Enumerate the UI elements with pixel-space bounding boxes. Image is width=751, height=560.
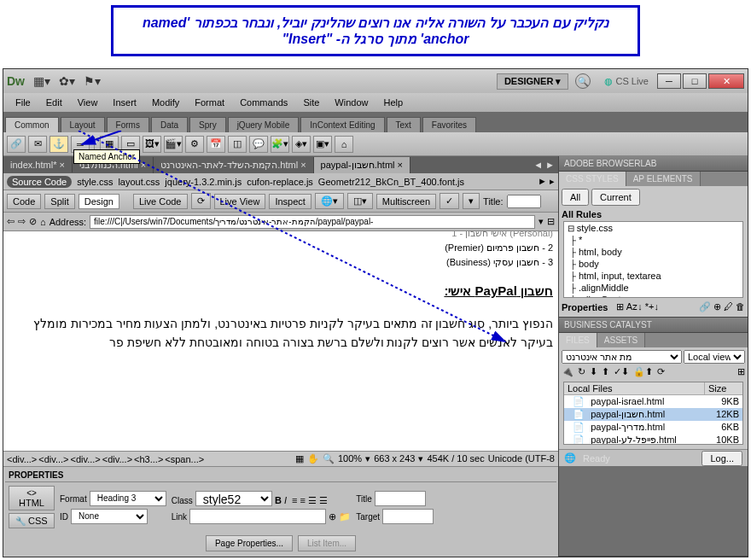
source-code-button[interactable]: Source Code — [7, 176, 72, 188]
check-icon[interactable]: ✓ — [440, 193, 459, 209]
view-select[interactable]: Local view — [684, 350, 745, 364]
ssi-icon[interactable]: ◫ — [228, 136, 247, 153]
close-icon[interactable]: × — [300, 160, 306, 170]
target-input[interactable] — [382, 509, 434, 524]
italic-icon[interactable]: I — [284, 495, 287, 505]
panel-title[interactable]: ADOBE BROWSERLAB — [559, 156, 748, 171]
tab-jquery[interactable]: jQuery Mobile — [228, 117, 300, 132]
tag-crumb[interactable]: <span...> — [165, 454, 204, 464]
f4-icon[interactable]: ⟳ — [191, 193, 211, 209]
list-icons[interactable]: ≡ ≡ ☰ ☰ — [292, 495, 328, 505]
design-view-button[interactable]: Design — [79, 194, 119, 209]
current-button[interactable]: Current — [591, 189, 640, 206]
tab-text[interactable]: Text — [387, 117, 421, 132]
related-file[interactable]: style.css — [77, 177, 113, 187]
site-select[interactable]: מת אתר אינטרנט — [562, 350, 682, 364]
menu-window[interactable]: Window — [328, 96, 375, 109]
design-view[interactable]: (Personal) אישי חשבון - 1 2 - חשבון פרמי… — [3, 231, 558, 451]
rules-list[interactable]: ⊟ style.css ├ * ├ html, body ├ body ├ ht… — [563, 221, 743, 298]
doc-tab[interactable]: index.html* × — [3, 157, 73, 172]
tab-spry[interactable]: Spry — [189, 117, 226, 132]
tab-common[interactable]: Common — [5, 117, 59, 132]
doc-tab-active[interactable]: paypal-חשבון.html × — [314, 157, 410, 173]
workspace-switcher[interactable]: DESIGNER ▾ — [497, 73, 569, 90]
expand-icon[interactable]: ⊞ — [737, 366, 745, 377]
maximize-button[interactable]: □ — [683, 73, 707, 89]
checkout-icon[interactable]: ✓⬇ — [614, 366, 629, 377]
settings-icon[interactable]: ⊟ — [547, 216, 555, 227]
menu-view[interactable]: View — [71, 96, 105, 109]
named-anchor-icon[interactable]: ⚓ — [49, 136, 68, 153]
related-file[interactable]: Geometr212_BkCn_BT_400.font.js — [318, 177, 464, 187]
stop-icon[interactable]: ⊘ — [29, 216, 37, 227]
css-props-button[interactable]: 🔧 CSS — [9, 513, 55, 528]
related-file[interactable]: cufon-replace.js — [247, 177, 313, 187]
col-size[interactable]: Size — [705, 382, 742, 394]
tag-crumb[interactable]: <div...> — [71, 454, 101, 464]
tag-crumb[interactable]: <div...> — [102, 454, 132, 464]
tag-crumb[interactable]: <div...> — [7, 454, 37, 464]
get-icon[interactable]: ⬇ — [590, 366, 597, 377]
media-icon[interactable]: 🎬▾ — [164, 136, 183, 153]
split-view-button[interactable]: Split — [44, 194, 74, 209]
related-file[interactable]: jquery-1.3.2.min.js — [165, 177, 242, 187]
ap-elements-tab[interactable]: AP ELEMENTS — [626, 172, 701, 186]
connect-icon[interactable]: 🔌 — [562, 366, 573, 377]
format-select[interactable]: Heading 3 — [90, 491, 166, 506]
title-input[interactable] — [375, 491, 426, 506]
menu-help[interactable]: Help — [376, 96, 410, 109]
col-name[interactable]: Local Files — [564, 382, 705, 394]
hyperlink-icon[interactable]: 🔗 — [7, 136, 26, 153]
tab-incontext[interactable]: InContext Editing — [300, 117, 384, 132]
search-icon[interactable]: 🔍 — [575, 73, 591, 89]
liveview-button[interactable]: Live View — [214, 194, 266, 209]
close-icon[interactable]: × — [141, 160, 146, 170]
menu-edit[interactable]: Edit — [39, 96, 69, 109]
refresh-icon[interactable]: ◫▾ — [347, 193, 373, 209]
script-icon[interactable]: ◈▾ — [292, 136, 311, 153]
comment-icon[interactable]: 💬 — [249, 136, 268, 153]
menu-format[interactable]: Format — [188, 96, 231, 109]
title-input[interactable] — [507, 195, 541, 208]
id-select[interactable]: None — [71, 509, 148, 524]
tab-nav[interactable]: ◄ ► — [530, 160, 558, 170]
fwd-icon[interactable]: ⇨ — [18, 216, 26, 227]
tab-layout[interactable]: Layout — [61, 117, 105, 132]
hand-tool-icon[interactable]: ✋ — [307, 453, 319, 464]
browser-icon[interactable]: 🌐▾ — [315, 193, 344, 209]
address-input[interactable] — [90, 215, 535, 229]
tab-favorites[interactable]: Favorites — [422, 117, 476, 132]
workspace-icon[interactable]: ⚑▾ — [84, 74, 101, 88]
multiscreen-button[interactable]: Multiscreen — [376, 194, 436, 209]
select-tool-icon[interactable]: ▦ — [295, 453, 304, 464]
cslive-button[interactable]: ◍ CS Live — [604, 76, 649, 87]
email-link-icon[interactable]: ✉ — [28, 136, 47, 153]
home-icon[interactable]: ⌂ — [40, 217, 46, 227]
code-view-button[interactable]: Code — [7, 194, 41, 209]
assets-tab[interactable]: ASSETS — [597, 333, 645, 347]
date-icon[interactable]: 📅 — [207, 136, 225, 153]
bold-icon[interactable]: B — [275, 495, 282, 505]
tag-crumb[interactable]: <h3...> — [134, 454, 163, 464]
go-icon[interactable]: ▾ — [539, 216, 544, 227]
tag-crumb[interactable]: <div...> — [38, 454, 68, 464]
back-icon[interactable]: ⇦ — [7, 216, 15, 227]
checkin-icon[interactable]: 🔒⬆ — [633, 366, 653, 377]
zoom-value[interactable]: 100% — [338, 453, 362, 464]
close-button[interactable]: ✕ — [708, 73, 744, 89]
link-input[interactable] — [189, 509, 326, 524]
layout-icon[interactable]: ▦▾ — [33, 74, 50, 88]
page-properties-button[interactable]: Page Properties... — [206, 535, 293, 551]
inspect-button[interactable]: Inspect — [269, 194, 311, 209]
put-icon[interactable]: ⬆ — [602, 366, 609, 377]
visual-icon[interactable]: ▾ — [463, 193, 480, 209]
link-picker-icon[interactable]: ⊕ 📁 — [329, 510, 351, 521]
templates-icon[interactable]: ▣▾ — [313, 136, 332, 153]
tab-forms[interactable]: Forms — [107, 117, 149, 132]
menu-site[interactable]: Site — [296, 96, 326, 109]
doc-tab[interactable]: הקמת-השלד-לאתר-האינטרנט.html × — [154, 157, 313, 173]
related-file[interactable]: layout.css — [118, 177, 160, 187]
class-select[interactable]: style52 — [195, 491, 272, 506]
sync-icon[interactable]: ⟳ — [657, 366, 665, 377]
zoom-tool-icon[interactable]: 🔍 — [323, 453, 335, 464]
